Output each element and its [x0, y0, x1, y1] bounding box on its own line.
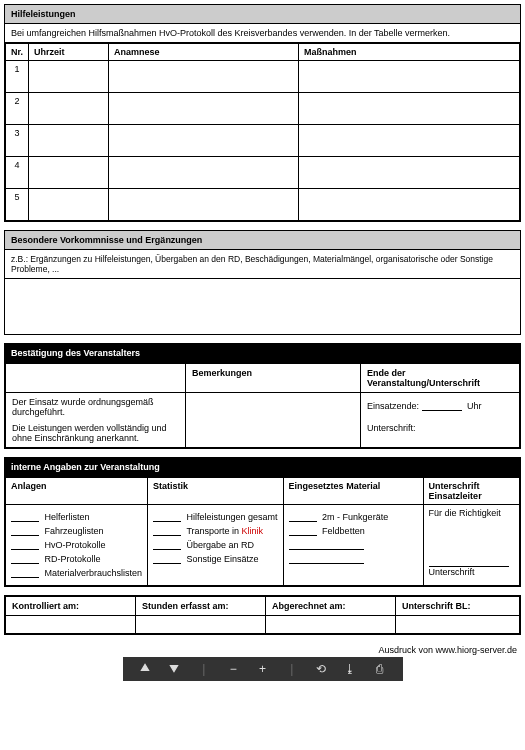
anlagen-cell: Helferlisten Fahrzeuglisten HvO-Protokol…: [6, 505, 148, 586]
statistik-item: Transporte in Klinik: [153, 526, 278, 536]
row-anamnese: [109, 61, 299, 93]
row-uhrzeit: [29, 93, 109, 125]
abgerechnet-value: [266, 616, 396, 634]
interne-header: interne Angaben zur Veranstaltung: [5, 458, 520, 477]
material-item-blank: [289, 540, 418, 550]
besondere-header: Besondere Vorkommnisse und Ergänzungen: [5, 231, 520, 250]
row-massnahmen: [299, 125, 520, 157]
best-text-cell: Der Einsatz wurde ordnungsgemäß durchgef…: [6, 393, 186, 448]
row-nr: 3: [6, 125, 29, 157]
best-col3-header: Ende der Veranstaltung/Unterschrift: [361, 364, 520, 393]
besondere-hint: z.B.: Ergänzungen zu Hilfeleistungen, Üb…: [5, 250, 520, 279]
anlagen-item: HvO-Protokolle: [11, 540, 142, 550]
bestaetigung-section: Bestätigung des Veranstalters Bemerkunge…: [4, 343, 521, 449]
blank-line: [289, 541, 364, 550]
print-icon[interactable]: ⎙: [373, 662, 387, 676]
divider2: |: [285, 662, 299, 676]
bestaetigung-header: Bestätigung des Veranstalters: [5, 344, 520, 363]
blank-line: [289, 513, 317, 522]
blank-line: [11, 541, 39, 550]
controls-table: Kontrolliert am: Stunden erfasst am: Abg…: [5, 596, 520, 634]
stunden-value: [136, 616, 266, 634]
table-row: 2: [6, 93, 520, 125]
row-massnahmen: [299, 93, 520, 125]
col-massnahmen: Maßnahmen: [299, 44, 520, 61]
row-uhrzeit: [29, 61, 109, 93]
einsatzende-blank: [422, 402, 462, 411]
zoom-in-icon[interactable]: +: [255, 662, 269, 676]
page-down-icon[interactable]: [167, 662, 181, 677]
row-anamnese: [109, 125, 299, 157]
statistik-item: Hilfeleistungen gesamt: [153, 512, 278, 522]
zoom-out-icon[interactable]: −: [226, 662, 240, 676]
table-row: 3: [6, 125, 520, 157]
bestaetigung-table: Bemerkungen Ende der Veranstaltung/Unter…: [5, 363, 520, 448]
anlagen-item: Materialverbrauchslisten: [11, 568, 142, 578]
blank-line: [289, 527, 317, 536]
unterschrift-sublabel: Unterschrift: [429, 567, 514, 577]
material-header: Eingesetztes Material: [283, 478, 423, 505]
besondere-section: Besondere Vorkommnisse und Ergänzungen z…: [4, 230, 521, 335]
col-nr: Nr.: [6, 44, 29, 61]
einsatzende-label: Einsatzende:: [367, 401, 419, 411]
col-anamnese: Anamnese: [109, 44, 299, 61]
blank-line: [11, 555, 39, 564]
anlagen-item: Fahrzeuglisten: [11, 526, 142, 536]
controls-section: Kontrolliert am: Stunden erfasst am: Abg…: [4, 595, 521, 635]
row-anamnese: [109, 157, 299, 189]
row-massnahmen: [299, 189, 520, 221]
richtigkeit-label: Für die Richtigkeit: [429, 508, 514, 518]
row-nr: 4: [6, 157, 29, 189]
row-massnahmen: [299, 61, 520, 93]
blank-line: [11, 527, 39, 536]
blank-line: [11, 513, 39, 522]
row-nr: 5: [6, 189, 29, 221]
anlagen-item: Helferlisten: [11, 512, 142, 522]
unterschrift-bl-label: Unterschrift BL:: [396, 597, 520, 616]
stunden-label: Stunden erfasst am:: [136, 597, 266, 616]
unterschrift-bl-value: [396, 616, 520, 634]
unterschrift-el-cell: Für die Richtigkeit Unterschrift: [423, 505, 519, 586]
hilfeleistungen-section: Hilfeleistungen Bei umfangreichen Hilfsm…: [4, 4, 521, 222]
row-nr: 2: [6, 93, 29, 125]
table-row: 4: [6, 157, 520, 189]
row-nr: 1: [6, 61, 29, 93]
statistik-item: Sonstige Einsätze: [153, 554, 278, 564]
col-uhrzeit: Uhrzeit: [29, 44, 109, 61]
statistik-cell: Hilfeleistungen gesamt Transporte in Kli…: [148, 505, 284, 586]
interne-section: interne Angaben zur Veranstaltung Anlage…: [4, 457, 521, 587]
pdf-toolbar: | − + | ⟲ ⭳ ⎙: [123, 657, 403, 681]
interne-table: Anlagen Statistik Eingesetztes Material …: [5, 477, 520, 586]
table-row: 5: [6, 189, 520, 221]
best-line1: Der Einsatz wurde ordnungsgemäß durchgef…: [12, 397, 179, 417]
kontrolliert-label: Kontrolliert am:: [6, 597, 136, 616]
unterschrift-el-header: Unterschrift Einsatzleiter: [423, 478, 519, 505]
row-uhrzeit: [29, 189, 109, 221]
uhr-label: Uhr: [467, 401, 482, 411]
anlagen-header: Anlagen: [6, 478, 148, 505]
hilfeleistungen-header: Hilfeleistungen: [5, 5, 520, 24]
hilfeleistungen-table: Nr. Uhrzeit Anamnese Maßnahmen 12345: [5, 43, 520, 221]
besondere-body: [5, 279, 520, 334]
divider: |: [197, 662, 211, 676]
anlagen-item: RD-Protokolle: [11, 554, 142, 564]
blank-line: [153, 527, 181, 536]
rotate-icon[interactable]: ⟲: [314, 662, 328, 676]
row-massnahmen: [299, 157, 520, 189]
abgerechnet-label: Abgerechnet am:: [266, 597, 396, 616]
statistik-header: Statistik: [148, 478, 284, 505]
unterschrift-label: Unterschrift:: [367, 423, 416, 433]
material-item-blank: [289, 554, 418, 564]
material-item: 2m - Funkgeräte: [289, 512, 418, 522]
blank-line: [289, 555, 364, 564]
page-up-icon[interactable]: [138, 662, 152, 677]
material-cell: 2m - Funkgeräte Feldbetten: [283, 505, 423, 586]
row-uhrzeit: [29, 157, 109, 189]
row-anamnese: [109, 189, 299, 221]
best-sig-cell: Einsatzende: Uhr Unterschrift:: [361, 393, 520, 448]
hilfeleistungen-note: Bei umfangreichen Hilfsmaßnahmen HvO-Pro…: [5, 24, 520, 43]
blank-line: [153, 555, 181, 564]
statistik-item: Übergabe an RD: [153, 540, 278, 550]
row-anamnese: [109, 93, 299, 125]
download-icon[interactable]: ⭳: [343, 662, 357, 676]
